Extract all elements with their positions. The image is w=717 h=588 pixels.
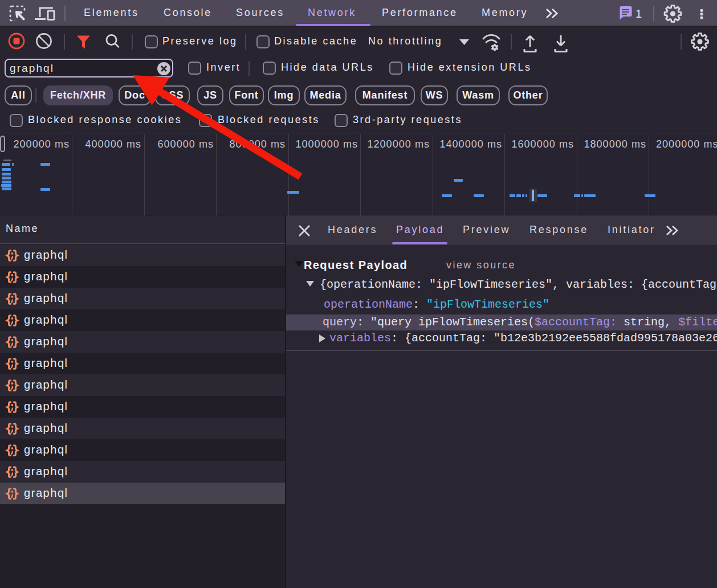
svg-text:1: 1 (635, 7, 642, 20)
